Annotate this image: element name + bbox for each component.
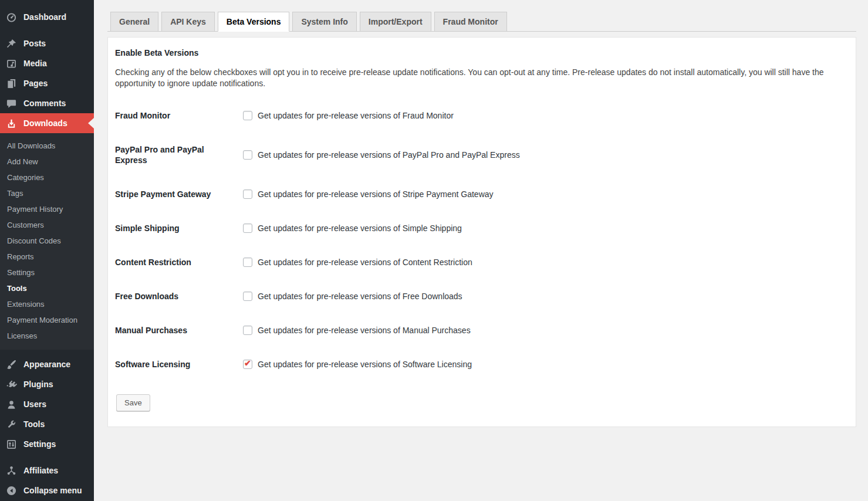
save-button[interactable]: Save (116, 394, 150, 411)
sidebar-item-label: Users (23, 400, 46, 409)
sidebar-item-label: Collapse menu (23, 486, 82, 495)
submenu-item-payment-moderation[interactable]: Payment Moderation (0, 312, 94, 328)
pages-icon (5, 77, 18, 89)
beta-versions-panel: Enable Beta Versions Checking any of the… (107, 37, 856, 427)
submenu-item-tools[interactable]: Tools (0, 280, 94, 296)
setting-label: Simple Shipping (115, 211, 237, 245)
submenu-item-extensions[interactable]: Extensions (0, 296, 94, 312)
sidebar-item-label: Dashboard (23, 12, 66, 22)
sidebar-item-label: Comments (23, 99, 66, 108)
sidebar-item-plugins[interactable]: Plugins (0, 374, 94, 394)
table-row: Fraud Monitor Get updates for pre-releas… (115, 99, 844, 133)
submenu-item-customers[interactable]: Customers (0, 217, 94, 233)
submenu-item-reports[interactable]: Reports (0, 249, 94, 265)
paypal-pro-express-checkbox[interactable] (243, 150, 252, 160)
setting-label: Stripe Payment Gateway (115, 177, 237, 211)
setting-label: PayPal Pro and PayPal Express (115, 133, 237, 177)
checkbox-label: Get updates for pre-release versions of … (258, 360, 472, 369)
sidebar-item-label: Settings (23, 439, 56, 449)
panel-heading: Enable Beta Versions (115, 48, 844, 57)
submenu-item-discount-codes[interactable]: Discount Codes (0, 233, 94, 249)
checkbox-label: Get updates for pre-release versions of … (258, 326, 471, 335)
comment-bubble-icon (5, 97, 18, 109)
content-restriction-checkbox[interactable] (243, 258, 252, 267)
collapse-arrow-icon (5, 485, 18, 496)
tab-general[interactable]: General (110, 12, 158, 32)
table-row: Simple Shipping Get updates for pre-rele… (115, 211, 844, 245)
settings-tabs: General API Keys Beta Versions System In… (107, 12, 856, 32)
simple-shipping-checkbox[interactable] (243, 224, 252, 233)
dashboard-icon (5, 11, 18, 23)
checkbox-label: Get updates for pre-release versions of … (258, 111, 454, 120)
wrench-icon (5, 418, 18, 430)
table-row: Software Licensing Get updates for pre-r… (115, 347, 844, 381)
sidebar-item-appearance[interactable]: Appearance (0, 354, 94, 374)
sidebar-item-tools[interactable]: Tools (0, 414, 94, 434)
checkbox-row[interactable]: Get updates for pre-release versions of … (243, 292, 838, 301)
manual-purchases-checkbox[interactable] (243, 326, 252, 335)
free-downloads-checkbox[interactable] (243, 292, 252, 301)
tab-beta-versions[interactable]: Beta Versions (218, 12, 290, 32)
fraud-monitor-checkbox[interactable] (243, 111, 252, 120)
checkbox-row[interactable]: Get updates for pre-release versions of … (243, 360, 838, 369)
sidebar-item-settings[interactable]: Settings (0, 434, 94, 454)
sidebar-separator (0, 27, 94, 33)
table-row: Stripe Payment Gateway Get updates for p… (115, 177, 844, 211)
checkbox-row[interactable]: Get updates for pre-release versions of … (243, 111, 838, 120)
sidebar-item-posts[interactable]: Posts (0, 33, 94, 53)
tab-import-export[interactable]: Import/Export (360, 12, 431, 32)
sidebar-item-label: Affiliates (23, 466, 58, 475)
plug-icon (5, 378, 18, 390)
submenu-item-categories[interactable]: Categories (0, 170, 94, 185)
tab-api-keys[interactable]: API Keys (161, 12, 215, 32)
checkbox-row[interactable]: Get updates for pre-release versions of … (243, 150, 838, 160)
submenu-item-all-downloads[interactable]: All Downloads (0, 138, 94, 154)
sidebar-item-label: Appearance (23, 360, 70, 369)
sidebar-item-comments[interactable]: Comments (0, 93, 94, 113)
share-network-icon (5, 465, 18, 476)
sidebar-item-downloads[interactable]: Downloads (0, 113, 94, 133)
checkbox-label: Get updates for pre-release versions of … (258, 224, 462, 233)
submenu-item-settings[interactable]: Settings (0, 265, 94, 280)
tab-system-info[interactable]: System Info (292, 12, 356, 32)
sidebar-item-affiliates[interactable]: Affiliates (0, 461, 94, 480)
table-row: PayPal Pro and PayPal Express Get update… (115, 133, 844, 177)
sidebar-item-pages[interactable]: Pages (0, 73, 94, 93)
stripe-payment-gateway-checkbox[interactable] (243, 189, 252, 199)
sidebar-item-label: Pages (23, 79, 48, 88)
sidebar-item-label: Tools (23, 419, 45, 429)
checkbox-label: Get updates for pre-release versions of … (258, 292, 462, 301)
paintbrush-icon (5, 358, 18, 370)
software-licensing-checkbox[interactable] (243, 360, 252, 369)
panel-description: Checking any of the below checkboxes wil… (115, 67, 828, 89)
checkbox-label: Get updates for pre-release versions of … (258, 150, 520, 160)
table-row: Content Restriction Get updates for pre-… (115, 245, 844, 279)
pushpin-icon (5, 38, 18, 49)
checkbox-label: Get updates for pre-release versions of … (258, 258, 472, 267)
sidebar-separator (0, 350, 94, 354)
sliders-icon (5, 438, 18, 450)
checkbox-label: Get updates for pre-release versions of … (258, 189, 494, 199)
media-icon (5, 57, 18, 69)
beta-settings-table: Fraud Monitor Get updates for pre-releas… (115, 99, 844, 381)
submenu-item-licenses[interactable]: Licenses (0, 328, 94, 344)
sidebar-item-collapse-menu[interactable]: Collapse menu (0, 480, 94, 500)
user-icon (5, 398, 18, 410)
sidebar-item-users[interactable]: Users (0, 394, 94, 414)
submenu-item-tags[interactable]: Tags (0, 185, 94, 201)
download-icon (5, 117, 18, 129)
table-row: Manual Purchases Get updates for pre-rel… (115, 313, 844, 347)
setting-label: Manual Purchases (115, 313, 237, 347)
setting-label: Free Downloads (115, 279, 237, 313)
sidebar-item-dashboard[interactable]: Dashboard (0, 7, 94, 27)
sidebar-item-media[interactable]: Media (0, 53, 94, 73)
tab-fraud-monitor[interactable]: Fraud Monitor (434, 12, 507, 32)
checkbox-row[interactable]: Get updates for pre-release versions of … (243, 326, 838, 335)
submenu-item-payment-history[interactable]: Payment History (0, 201, 94, 217)
submenu-item-add-new[interactable]: Add New (0, 154, 94, 170)
checkbox-row[interactable]: Get updates for pre-release versions of … (243, 258, 838, 267)
setting-label: Content Restriction (115, 245, 237, 279)
setting-label: Fraud Monitor (115, 99, 237, 133)
checkbox-row[interactable]: Get updates for pre-release versions of … (243, 224, 838, 233)
checkbox-row[interactable]: Get updates for pre-release versions of … (243, 189, 838, 199)
